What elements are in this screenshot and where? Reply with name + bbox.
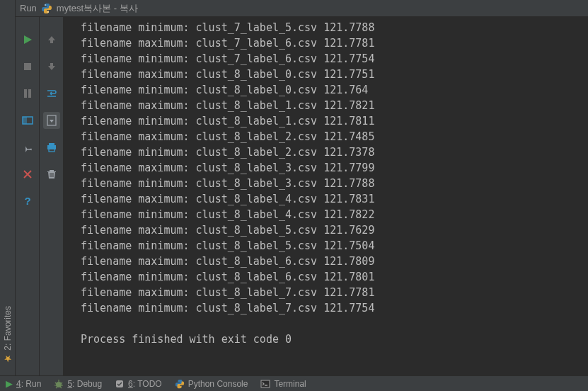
- star-icon: ★: [3, 353, 13, 364]
- run-tool-header: Run mytest복사본 - 복사: [16, 0, 588, 17]
- play-icon: ▶: [6, 378, 13, 389]
- svg-rect-10: [49, 143, 54, 145]
- pin-icon[interactable]: [19, 139, 36, 156]
- status-bar: ▶ 4: Run 5: Debug 6: TODO Python Console…: [0, 375, 588, 391]
- arrow-up-icon[interactable]: [43, 31, 60, 48]
- terminal-icon: [260, 379, 270, 389]
- svg-point-0: [45, 4, 46, 6]
- svg-point-13: [56, 382, 62, 387]
- svg-marker-2: [24, 35, 32, 44]
- soft-wrap-icon[interactable]: [43, 85, 60, 102]
- run-label: Run: [20, 3, 37, 13]
- run-gutter-secondary: [40, 17, 64, 375]
- arrow-down-icon[interactable]: [43, 58, 60, 75]
- scroll-to-end-icon[interactable]: [43, 112, 60, 129]
- run-gutter-primary: ?: [16, 17, 40, 375]
- layout-icon[interactable]: [19, 112, 36, 129]
- trash-icon[interactable]: [43, 166, 60, 183]
- close-icon[interactable]: [19, 166, 36, 183]
- stop-icon[interactable]: [19, 58, 36, 75]
- bug-icon: [54, 379, 64, 389]
- svg-rect-5: [28, 89, 31, 98]
- console-output[interactable]: filename minimum: clust_7_label_5.csv 12…: [64, 17, 588, 375]
- python-icon: [41, 3, 52, 14]
- status-todo[interactable]: 6: TODO: [115, 379, 162, 389]
- play-icon[interactable]: [19, 31, 36, 48]
- todo-icon: [115, 379, 125, 389]
- python-icon: [175, 379, 185, 389]
- print-icon[interactable]: [43, 139, 60, 156]
- svg-text:?: ?: [24, 196, 30, 207]
- pause-icon[interactable]: [19, 85, 36, 102]
- status-python-console[interactable]: Python Console: [175, 379, 248, 389]
- svg-rect-4: [24, 89, 27, 98]
- svg-rect-7: [23, 117, 27, 124]
- svg-rect-3: [24, 63, 31, 70]
- left-tab-strip: ★ 2: Favorites: [0, 0, 16, 375]
- status-debug[interactable]: 5: Debug: [54, 379, 102, 389]
- favorites-tab[interactable]: ★ 2: Favorites: [0, 302, 16, 368]
- status-run[interactable]: ▶ 4: Run: [6, 378, 41, 389]
- svg-rect-15: [261, 380, 270, 387]
- status-terminal[interactable]: Terminal: [260, 379, 306, 389]
- help-icon[interactable]: ?: [19, 193, 36, 210]
- favorites-label: 2: Favorites: [3, 306, 13, 351]
- svg-point-1: [47, 11, 49, 13]
- run-config-name: mytest복사본 - 복사: [57, 2, 138, 15]
